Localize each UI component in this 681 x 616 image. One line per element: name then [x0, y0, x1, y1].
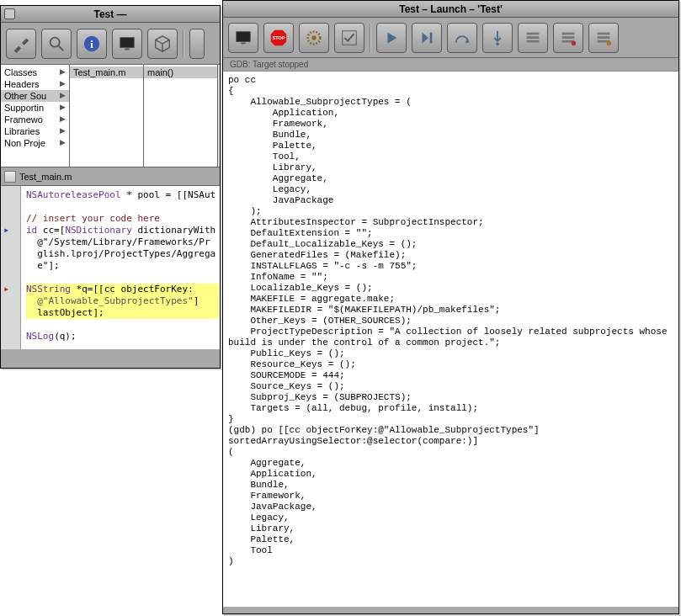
monitor-icon[interactable]	[228, 23, 258, 53]
svg-rect-23	[598, 36, 610, 39]
svg-point-14	[496, 42, 499, 45]
code-editor[interactable]: ▸ ▸ NSAutoreleasePool * pool = [[NSAut /…	[1, 186, 220, 349]
debugger-console[interactable]: po cc { Allowable_SubprojectTypes = ( Ap…	[223, 72, 678, 607]
list-item[interactable]: Libraries▶	[1, 125, 69, 137]
step-into-icon[interactable]	[482, 23, 513, 53]
status-bar: GDB: Target stopped	[223, 58, 678, 72]
list-item[interactable]: main()	[144, 66, 217, 78]
svg-line-1	[59, 45, 64, 50]
close-button[interactable]	[4, 8, 15, 19]
pathbar-label: Test_main.m	[19, 172, 72, 182]
files-column[interactable]: Test_main.m	[70, 65, 144, 167]
package-icon[interactable]	[147, 29, 178, 59]
panel-icon[interactable]	[189, 29, 205, 59]
check-icon[interactable]	[334, 23, 364, 53]
info-icon[interactable]: i	[77, 29, 107, 59]
svg-rect-5	[125, 48, 130, 50]
symbols-column[interactable]: main()	[144, 65, 218, 167]
launch-window: Test – Launch – 'Test' STOP GDB: Target …	[222, 0, 679, 614]
magnify-icon[interactable]	[41, 29, 72, 59]
pc-marker[interactable]: ▸	[3, 284, 9, 295]
window-title: Test —	[93, 8, 126, 20]
debug-toolbar: STOP	[223, 18, 678, 58]
svg-rect-15	[527, 32, 540, 35]
pathbar: Test_main.m	[1, 167, 220, 186]
list-item[interactable]: Test_main.m	[70, 66, 143, 78]
titlebar[interactable]: Test – Launch – 'Test'	[223, 1, 678, 18]
list-item[interactable]: Other Sou▶	[1, 90, 69, 102]
list1-icon[interactable]	[518, 23, 548, 53]
svg-point-25	[607, 40, 612, 45]
hammer-icon[interactable]	[6, 29, 36, 59]
list-item[interactable]: Framewo▶	[1, 114, 69, 125]
svg-rect-13	[430, 32, 433, 43]
separator	[183, 29, 184, 58]
gutter[interactable]: ▸ ▸	[1, 186, 21, 349]
svg-rect-16	[527, 36, 540, 39]
svg-rect-6	[237, 31, 251, 41]
list-item[interactable]: Headers▶	[1, 78, 69, 90]
window-title: Test – Launch – 'Test'	[399, 3, 503, 15]
svg-rect-18	[562, 32, 575, 35]
groups-column[interactable]: Classes▶Headers▶Other Sou▶Supportin▶Fram…	[1, 65, 70, 167]
file-icon	[4, 171, 16, 183]
code-text[interactable]: NSAutoreleasePool * pool = [[NSAut // in…	[1, 186, 220, 346]
browser-columns: Classes▶Headers▶Other Sou▶Supportin▶Fram…	[1, 65, 220, 167]
svg-rect-17	[527, 40, 540, 42]
breakpoint-marker[interactable]: ▸	[3, 225, 9, 236]
stop-icon[interactable]: STOP	[263, 23, 294, 53]
list-item[interactable]: Non Proje▶	[1, 137, 69, 149]
monitor-icon[interactable]	[112, 29, 142, 59]
separator	[370, 24, 371, 52]
svg-point-11	[311, 35, 317, 40]
svg-text:i: i	[90, 38, 93, 50]
list2-icon[interactable]	[553, 23, 583, 53]
svg-rect-4	[120, 37, 135, 47]
svg-point-0	[51, 37, 60, 46]
svg-point-21	[572, 40, 577, 45]
play-icon[interactable]	[376, 23, 407, 53]
step-arc-icon[interactable]	[447, 23, 477, 53]
gear-icon[interactable]	[299, 23, 329, 53]
list-item[interactable]: Supportin▶	[1, 102, 69, 114]
titlebar[interactable]: Test —	[1, 6, 220, 23]
svg-rect-22	[598, 32, 610, 35]
step-over-icon[interactable]	[412, 23, 442, 53]
svg-rect-12	[343, 30, 357, 45]
svg-rect-19	[562, 36, 575, 39]
svg-text:STOP: STOP	[273, 35, 285, 40]
list3-icon[interactable]	[588, 23, 619, 53]
project-window: Test — i Classes▶Headers▶Other Sou▶Suppo…	[0, 5, 221, 369]
project-toolbar: i	[1, 23, 220, 65]
list-item[interactable]: Classes▶	[1, 66, 69, 78]
svg-rect-7	[241, 42, 246, 44]
